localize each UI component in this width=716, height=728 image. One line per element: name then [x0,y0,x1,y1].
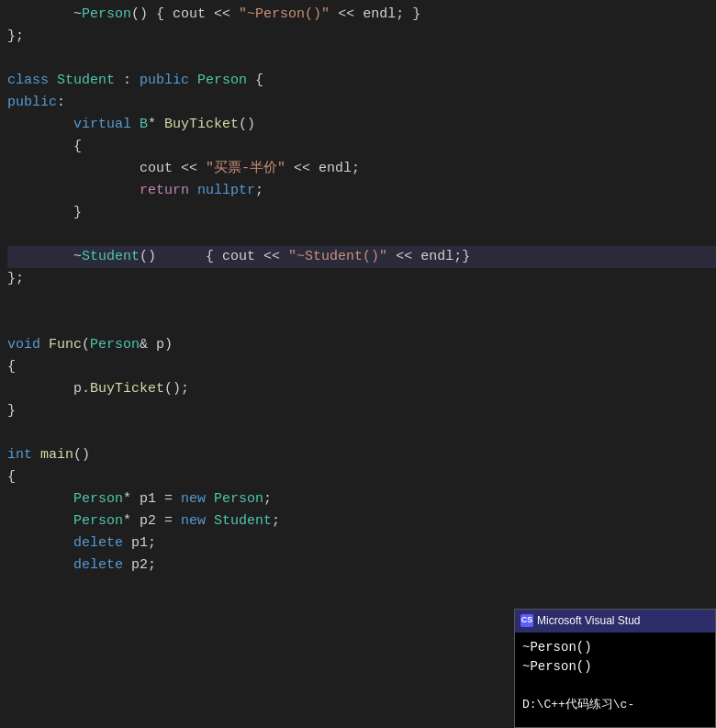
code-token: { [7,136,82,157]
code-token: virtual [73,114,140,135]
code-token: ~ [7,246,82,267]
code-line: }; [7,268,716,290]
code-token: << [206,4,239,25]
code-token: ; [263,488,272,510]
code-token: "~Student()" [288,246,387,267]
code-token: BuyTicket [90,378,164,399]
code-token: endl [363,4,396,25]
code-token: endl [420,246,453,267]
code-token: return [140,180,197,201]
code-token: main [40,444,73,465]
code-line: delete p1; [7,532,716,554]
code-token: Student [57,70,115,91]
code-token: BuyTicket [164,114,239,135]
console-title: Microsoft Visual Stud [537,612,641,630]
code-token: () [73,444,90,465]
code-line: }; [7,26,716,48]
console-window: CS Microsoft Visual Stud ~Person() ~Pers… [514,609,716,728]
code-content: ~Person() { cout << "~Person()" << endl;… [7,4,716,577]
code-token [7,510,73,532]
code-token: Person [73,488,123,510]
code-token: { [247,70,263,91]
console-body: ~Person() ~Person() D:\C++代码练习\c- [515,633,715,720]
code-line: return nullptr; [7,180,716,202]
code-line: delete p2; [7,554,716,577]
code-token: Person [214,488,263,510]
code-line [7,312,716,334]
code-token: << [387,246,420,267]
code-token: << [285,158,319,179]
code-token [7,378,73,399]
code-line: class Student : public Person { [7,70,716,92]
code-line: ~Person() { cout << "~Person()" << endl;… [7,4,716,26]
code-token: * p2 = [123,510,181,532]
console-titlebar: CS Microsoft Visual Stud [515,610,715,633]
code-token: Student [214,510,272,532]
code-line: Person* p2 = new Student; [7,510,716,532]
code-token: } [7,400,16,421]
code-token: () { [140,246,222,267]
code-token: ; } [396,4,420,25]
code-token [7,114,73,135]
code-line: public: [7,92,716,114]
code-token: int [7,444,40,465]
code-token: class [7,70,57,91]
code-line: { [7,356,716,378]
code-token: { [7,466,16,487]
code-token: & p) [140,334,173,355]
code-token: } [7,202,82,223]
code-token: Person [90,334,140,355]
code-line: Person* p1 = new Person; [7,488,716,510]
console-line-3 [522,677,708,696]
code-token: cout [173,4,206,25]
code-token: : [57,92,65,113]
code-token: public [7,92,57,113]
code-token: endl [319,158,352,179]
code-line [7,48,716,70]
code-token: Func [49,334,82,355]
code-token: }; [7,26,24,47]
code-token: ; [255,180,263,201]
code-line [7,422,716,444]
code-token: * [148,114,164,135]
code-token: << [330,4,363,25]
code-token [7,180,140,201]
code-token: public [140,70,197,91]
code-token: cout [222,246,255,267]
code-token [7,488,73,510]
vs-icon: CS [520,614,533,627]
code-token: * p1 = [123,488,181,510]
code-line: p.BuyTicket(); [7,378,716,400]
code-token: << [255,246,288,267]
code-token: p1; [131,532,156,554]
code-token: p. [73,378,90,399]
code-token: ( [82,334,90,355]
code-line: { [7,136,716,158]
code-line: } [7,202,716,224]
code-line: ~Student() { cout << "~Student()" << end… [7,246,716,268]
code-token: ; [352,158,360,179]
code-line: } [7,400,716,422]
code-line: cout << "买票-半价" << endl; [7,158,716,180]
console-line-1: ~Person() [522,638,708,657]
code-line [7,224,716,246]
code-token: }; [7,268,24,289]
code-token: new [181,510,214,532]
console-line-2: ~Person() [522,657,708,677]
code-token: Person [73,510,123,532]
code-token: void [7,334,49,355]
code-token: (); [164,378,189,399]
code-token [7,554,73,576]
code-token: "~Person()" [239,4,330,25]
code-token: ~ [7,4,82,25]
code-token [7,532,73,554]
code-token: delete [73,532,131,554]
code-token: B [140,114,148,135]
code-token: { [7,356,16,377]
code-token: Person [82,4,131,25]
code-line: int main() [7,444,716,466]
code-token: () { [131,4,173,25]
code-line: { [7,466,716,488]
code-token: delete [73,554,131,576]
code-token: nullptr [197,180,255,201]
